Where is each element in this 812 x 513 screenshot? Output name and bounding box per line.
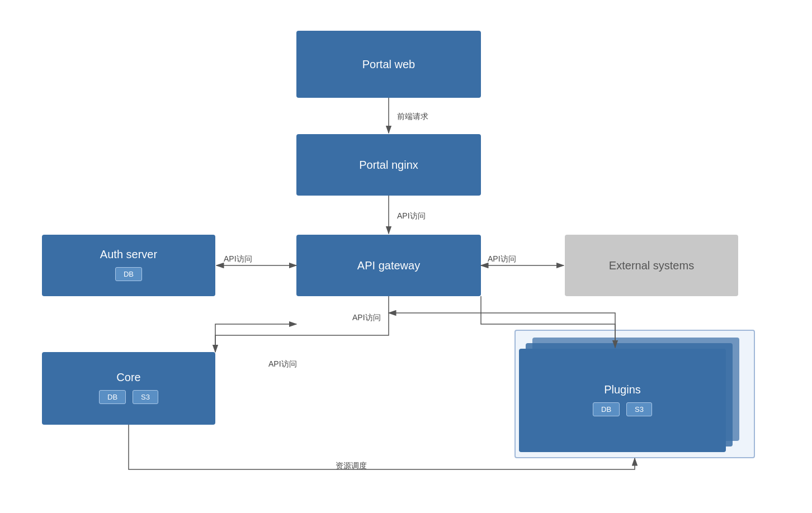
api-access-core-text: API访问 (268, 359, 297, 369)
architecture-diagram: Portal web Portal nginx API gateway Auth… (0, 0, 812, 513)
api-access-auth-text: API访问 (224, 254, 252, 264)
plugins-label: Plugins (604, 383, 641, 396)
api-access-nginx-text: API访问 (397, 211, 426, 221)
plugins-badges: DB S3 (591, 401, 654, 418)
plugins-container: Plugins DB S3 (514, 330, 755, 458)
plugins-box: Plugins DB S3 (519, 349, 726, 452)
portal-nginx-box: Portal nginx (296, 134, 481, 196)
auth-db-badge: DB (115, 267, 142, 281)
core-box: Core DB S3 (42, 352, 215, 425)
core-label: Core (116, 371, 140, 384)
external-systems-label: External systems (609, 259, 694, 272)
plugins-s3-badge: S3 (626, 402, 652, 416)
external-systems-box: External systems (565, 235, 738, 296)
plugins-db-badge: DB (593, 402, 620, 416)
api-gateway-label: API gateway (357, 259, 420, 272)
api-access-ext-text: API访问 (488, 254, 516, 264)
api-gateway-box: API gateway (296, 235, 481, 296)
portal-web-box: Portal web (296, 31, 481, 98)
core-db-badge: DB (99, 390, 126, 404)
portal-web-label: Portal web (362, 58, 416, 71)
auth-server-label: Auth server (100, 248, 157, 261)
api-access-plugin-text: API访问 (352, 313, 381, 323)
auth-server-badges: DB (114, 265, 144, 283)
core-s3-badge: S3 (133, 390, 158, 404)
resource-scheduling-text: 资源调度 (336, 461, 367, 471)
portal-nginx-label: Portal nginx (359, 159, 418, 172)
core-badges: DB S3 (97, 388, 160, 406)
frontend-request-text: 前端请求 (397, 112, 428, 122)
auth-server-box: Auth server DB (42, 235, 215, 296)
